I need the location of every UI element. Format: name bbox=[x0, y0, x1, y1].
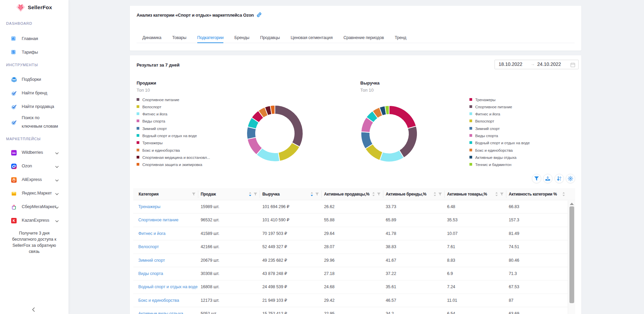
svg-text:K: K bbox=[13, 219, 15, 223]
svg-text:WB: WB bbox=[12, 152, 16, 154]
svg-text:S: S bbox=[12, 50, 15, 54]
